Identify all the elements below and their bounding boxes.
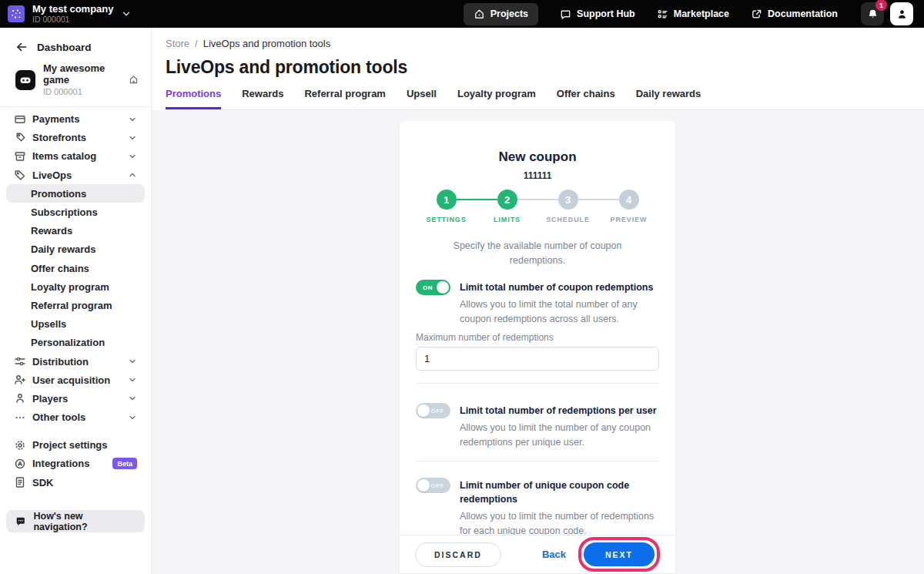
game-icon <box>15 70 35 90</box>
back-arrow-icon <box>15 41 28 53</box>
sidebar-item-sdk[interactable]: SDK <box>6 473 145 492</box>
step-schedule[interactable]: 3 SCHEDULE <box>537 190 598 223</box>
main-content: Store / LiveOps and promotion tools Live… <box>152 28 924 574</box>
notifications-button[interactable]: 1 <box>861 2 884 25</box>
storefront-icon <box>14 132 26 144</box>
back-link[interactable]: Back <box>542 549 566 560</box>
main-header: Store / LiveOps and promotion tools Live… <box>152 28 924 110</box>
tab-referral-program[interactable]: Referral program <box>304 88 385 109</box>
sidebar-divider <box>0 106 151 107</box>
tab-upsell[interactable]: Upsell <box>407 88 437 109</box>
toggle-per-user[interactable]: OFF <box>416 403 450 418</box>
projects-label: Projects <box>490 8 528 19</box>
sidebar-item-label: Storefronts <box>32 132 86 143</box>
chevron-down-icon <box>128 152 137 161</box>
sidebar-item-distribution[interactable]: Distribution <box>6 352 145 371</box>
project-home-icon[interactable] <box>129 75 139 85</box>
breadcrumb-store[interactable]: Store <box>166 38 189 49</box>
sidebar-item-project-settings[interactable]: Project settings <box>6 436 145 455</box>
sidebar-item-storefronts[interactable]: Storefronts <box>6 129 145 147</box>
sidebar-item-daily-rewards[interactable]: Daily rewards <box>6 240 145 259</box>
document-icon <box>14 476 26 488</box>
section-divider <box>416 383 659 384</box>
top-bar: My test company ID 000001 Projects Suppo… <box>0 0 924 28</box>
discard-button[interactable]: DISCARD <box>415 542 501 567</box>
sidebar-item-liveops[interactable]: LiveOps <box>6 166 145 184</box>
toggle-row-unique-code: OFF Limit number of unique coupon code r… <box>416 478 659 539</box>
sidebar-back-dashboard[interactable]: Dashboard <box>0 37 151 57</box>
sidebar-item-label: Distribution <box>32 356 89 368</box>
toggle-knob <box>417 479 430 492</box>
step-instruction: Specify the available number of coupon r… <box>430 239 645 268</box>
marketplace-button[interactable]: Marketplace <box>657 8 729 20</box>
chevron-down-icon <box>128 375 137 384</box>
beta-badge: Beta <box>112 458 137 469</box>
external-link-icon <box>751 8 762 20</box>
whats-new-navigation-button[interactable]: How's new navigation? <box>6 510 145 532</box>
toggle-label: Limit number of unique coupon code redem… <box>460 478 659 506</box>
toggle-unique-code[interactable]: OFF <box>416 478 450 493</box>
sidebar-item-user-acquisition[interactable]: User acquisition <box>6 371 145 389</box>
sidebar-item-label: Project settings <box>32 439 108 451</box>
sidebar-item-players[interactable]: Players <box>6 389 145 408</box>
next-button[interactable]: NEXT <box>584 542 654 566</box>
company-switcher-chevron-down-icon[interactable] <box>121 8 132 19</box>
archive-box-icon <box>14 150 26 163</box>
sidebar-item-label: Other tools <box>32 411 85 423</box>
chat-bubble-icon <box>560 8 571 20</box>
documentation-button[interactable]: Documentation <box>751 8 838 20</box>
tab-rewards[interactable]: Rewards <box>242 88 283 109</box>
integration-icon <box>14 458 26 470</box>
notification-badge: 1 <box>875 0 887 11</box>
step-limits[interactable]: 2 LIMITS <box>477 190 537 223</box>
projects-button[interactable]: Projects <box>464 3 538 25</box>
sidebar-item-integrations[interactable]: Integrations Beta <box>6 455 145 473</box>
tab-daily-rewards[interactable]: Daily rewards <box>636 88 701 109</box>
company-logo[interactable] <box>8 5 25 22</box>
sidebar-item-personalization[interactable]: Personalization <box>6 334 145 352</box>
support-hub-button[interactable]: Support Hub <box>560 8 635 20</box>
sidebar-subitem-label: Offer chains <box>31 263 89 274</box>
tab-loyalty-program[interactable]: Loyalty program <box>457 88 536 109</box>
person-icon <box>896 8 908 20</box>
toggle-texts: Limit number of unique coupon code redem… <box>460 478 659 539</box>
sidebar-item-referral-program[interactable]: Referral program <box>6 296 145 314</box>
toggle-row-per-user: OFF Limit total number of redemptions pe… <box>416 404 659 450</box>
sidebar-item-offer-chains[interactable]: Offer chains <box>6 259 145 277</box>
toggle-state-label: ON <box>423 284 433 291</box>
back-label: Dashboard <box>37 42 92 53</box>
sidebar: Dashboard My awesome game ID 000001 Paym… <box>0 28 152 574</box>
step-circle: 2 <box>497 190 517 210</box>
toggle-row-total-redemptions: ON Limit total number of coupon redempti… <box>416 280 659 327</box>
toggle-knob <box>437 281 449 294</box>
step-preview[interactable]: 4 PREVIEW <box>598 190 659 223</box>
sidebar-item-promotions[interactable]: Promotions <box>6 184 145 203</box>
sidebar-subitem-label: Referral program <box>31 300 112 311</box>
breadcrumb: Store / LiveOps and promotion tools <box>166 37 906 49</box>
sidebar-item-items-catalog[interactable]: Items catalog <box>6 147 145 166</box>
sidebar-item-payments[interactable]: Payments <box>6 110 145 129</box>
bell-icon <box>867 8 879 20</box>
sidebar-item-rewards[interactable]: Rewards <box>6 222 145 240</box>
sidebar-subitem-label: Loyalty program <box>31 281 109 293</box>
chevron-down-icon <box>128 394 137 403</box>
sidebar-item-subscriptions[interactable]: Subscriptions <box>6 203 145 221</box>
user-plus-icon <box>14 374 26 386</box>
tab-promotions[interactable]: Promotions <box>166 88 221 109</box>
sliders-icon <box>14 355 26 368</box>
project-selector[interactable]: My awesome game ID 000001 <box>0 57 151 105</box>
toggle-label: Limit total number of coupon redemptions <box>460 280 659 294</box>
step-settings[interactable]: 1 SETTINGS <box>416 190 477 223</box>
sidebar-item-upsells[interactable]: Upsells <box>6 315 145 334</box>
sidebar-item-loyalty-program[interactable]: Loyalty program <box>6 277 145 296</box>
toggle-total-redemptions[interactable]: ON <box>416 280 450 295</box>
company-name: My test company <box>32 4 113 15</box>
next-button-highlight-annotation: NEXT <box>578 537 660 572</box>
account-avatar-button[interactable] <box>890 2 913 25</box>
sidebar-item-other-tools[interactable]: Other tools <box>6 408 145 427</box>
tab-offer-chains[interactable]: Offer chains <box>557 88 615 109</box>
sidebar-menu: Payments Storefronts Items catalog LiveO… <box>0 110 151 492</box>
max-redemptions-input[interactable] <box>416 347 659 371</box>
support-hub-label: Support Hub <box>577 8 635 19</box>
sidebar-item-label: User acquisition <box>32 374 110 386</box>
